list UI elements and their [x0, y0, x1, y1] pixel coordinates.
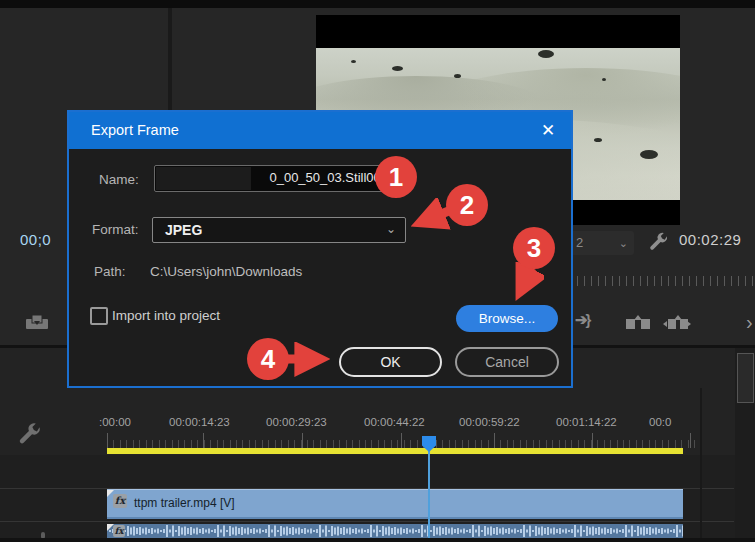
cancel-button[interactable]: Cancel [455, 347, 559, 377]
ruler-label: 00:01:14:22 [556, 416, 617, 428]
step-2-marker: 2 [446, 184, 488, 226]
scrollbar-thumb[interactable] [737, 353, 754, 403]
audio-clip[interactable]: fx [107, 524, 683, 538]
step-4-arrow [282, 342, 340, 378]
rock [454, 74, 461, 78]
format-dropdown[interactable]: JPEG ⌄ [152, 217, 406, 243]
timeline-settings-wrench-icon[interactable] [16, 420, 42, 446]
timeline-edge-line [700, 388, 702, 542]
video-clip[interactable]: fx ttpm trailer.mp4 [V] [107, 489, 683, 519]
timeline-ruler[interactable]: :00:0000:00:14:2300:00:29:2300:00:44:220… [97, 416, 707, 432]
work-area-bar[interactable] [107, 448, 683, 454]
name-redacted-area [156, 167, 251, 190]
name-input[interactable]: 0_00_50_03.Still001 [154, 165, 394, 192]
sequence-duration-timecode: 00:02:29 [679, 231, 755, 248]
audio-waveform [107, 524, 683, 538]
chevron-down-icon: ⌄ [386, 222, 396, 236]
name-label: Name: [99, 172, 139, 187]
track-separator [0, 521, 734, 522]
ruler-label: 00:0 [649, 416, 671, 428]
ruler-major-tick [107, 433, 108, 448]
rock [602, 78, 606, 81]
browse-button[interactable]: Browse... [456, 305, 558, 332]
ruler-major-tick [401, 433, 402, 448]
path-value: C:\Users\john\Downloads [150, 264, 302, 279]
insert-icon[interactable]: ➔} [575, 311, 589, 329]
ok-button[interactable]: OK [339, 347, 442, 377]
fx-badge: fx [113, 525, 125, 537]
fx-badge: fx [113, 494, 127, 508]
step-4-marker: 4 [247, 338, 289, 380]
program-monitor-controls: 2 ⌄ 00:02:29 [565, 228, 755, 258]
settings-wrench-icon[interactable] [647, 230, 669, 252]
more-buttons-chevron-icon[interactable]: › [746, 311, 753, 334]
ruler-label: 00:00:44:22 [364, 416, 425, 428]
timeline-ruler-ticks [107, 435, 707, 448]
resolution-value: 2 [576, 235, 583, 250]
ruler-label: 00:00:29:23 [266, 416, 327, 428]
ruler-label: :00:00 [99, 416, 131, 428]
window-top-strip [0, 0, 755, 8]
step-3-marker: 3 [513, 227, 555, 269]
chevron-down-icon: ⌄ [619, 231, 628, 255]
rock [538, 50, 554, 58]
rock [392, 66, 403, 71]
rock [351, 60, 356, 63]
dialog-title: Export Frame [91, 122, 179, 138]
path-label: Path: [94, 264, 126, 279]
format-label: Format: [92, 222, 139, 237]
rock [594, 138, 602, 142]
ruler-major-tick [690, 433, 691, 448]
dialog-titlebar[interactable]: Export Frame ✕ [69, 112, 571, 149]
import-into-project-label: Import into project [112, 308, 220, 323]
close-icon[interactable]: ✕ [537, 120, 559, 142]
monitor-scrub-bar[interactable] [570, 272, 755, 286]
lift-icon[interactable] [624, 311, 652, 335]
timeline-bottom-strip [0, 538, 755, 542]
video-clip-label: ttpm trailer.mp4 [V] [134, 496, 235, 510]
step-1-marker: 1 [375, 156, 417, 198]
playhead-line [428, 438, 430, 542]
extract-icon[interactable] [662, 311, 692, 335]
export-frame-icon[interactable] [24, 311, 50, 333]
format-value: JPEG [165, 222, 202, 238]
name-value: 0_00_50_03.Still001 [269, 170, 388, 185]
ruler-major-tick [494, 433, 495, 448]
timeline-vertical-scrollbar[interactable] [735, 348, 755, 542]
ruler-major-tick [203, 433, 204, 448]
ruler-major-tick [592, 433, 593, 448]
ruler-label: 00:00:59:22 [459, 416, 520, 428]
premiere-app-window: 2 ⌄ 00:02:29 00;0 ➔} › [0, 0, 755, 542]
playback-resolution-dropdown[interactable]: 2 ⌄ [568, 231, 634, 255]
rock [640, 150, 658, 159]
ruler-label: 00:00:14:23 [169, 416, 230, 428]
import-into-project-checkbox[interactable] [90, 307, 108, 325]
ruler-major-tick [302, 433, 303, 448]
